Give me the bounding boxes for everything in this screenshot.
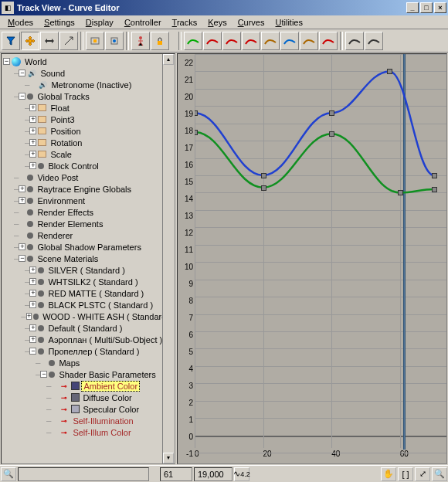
keyframe[interactable] xyxy=(432,187,437,192)
tree-item[interactable]: ─−Global Tracks xyxy=(3,90,173,102)
tree-item[interactable]: ─Render Elements xyxy=(3,218,173,229)
tree-toggle[interactable]: + xyxy=(19,197,25,204)
minimize-button[interactable]: _ xyxy=(406,2,419,13)
tree-toggle[interactable]: + xyxy=(19,243,25,250)
snap-icon[interactable] xyxy=(105,32,124,50)
menu-utilities[interactable]: Utilities xyxy=(271,17,307,28)
filter-icon[interactable] xyxy=(2,32,20,50)
tree-item[interactable]: ─+Global Shadow Parameters xyxy=(3,241,173,253)
tree-item[interactable]: ─Render Effects xyxy=(3,206,173,218)
tree-item[interactable]: ─🔊Metronome (Inactive) xyxy=(3,79,173,90)
value-field[interactable]: 19,000 xyxy=(194,467,232,481)
frame-field[interactable]: 61 xyxy=(160,467,192,481)
tree-toggle[interactable]: + xyxy=(29,301,36,308)
zoom-icon[interactable]: 🔍 xyxy=(432,467,447,481)
tree-item[interactable]: ─+Float xyxy=(3,102,173,114)
tree-item[interactable]: ─+WHTSILK2 ( Standard ) xyxy=(3,276,173,287)
tree-item[interactable]: ─⊸Self-Illumination xyxy=(3,415,173,426)
tangent-fast-icon[interactable] xyxy=(242,32,260,50)
tree-item[interactable]: ─+Rotation xyxy=(3,137,173,148)
tree-toggle[interactable]: − xyxy=(40,371,47,378)
tree-toggle[interactable]: + xyxy=(29,139,36,146)
lock-tangent-icon[interactable] xyxy=(345,32,364,50)
tree-item[interactable]: ─⊸Ambient Color xyxy=(3,380,173,392)
lock-selection-icon[interactable] xyxy=(365,32,383,50)
tree-toggle[interactable]: − xyxy=(3,58,10,65)
tree-item[interactable]: ─−Scene Materials xyxy=(3,253,173,264)
tangent-smooth-icon[interactable] xyxy=(319,32,338,50)
close-button[interactable]: × xyxy=(434,2,446,13)
tree-item[interactable]: ─+BLACK PLSTC ( Standard ) xyxy=(3,299,173,311)
tree-toggle[interactable]: + xyxy=(29,162,36,169)
keyframe[interactable] xyxy=(195,110,198,116)
menu-settings[interactable]: Settings xyxy=(39,17,80,28)
zoom-region-icon[interactable]: 🔍 xyxy=(1,467,16,481)
tree-item[interactable]: ─−Shader Basic Parameters xyxy=(3,368,173,380)
keyframe[interactable] xyxy=(387,69,392,74)
tree-item[interactable]: −World xyxy=(3,56,173,67)
tree-toggle[interactable]: + xyxy=(26,313,32,320)
tree-item[interactable]: ─+SILVER ( Standard ) xyxy=(3,264,173,276)
tree-item[interactable]: ─⊸Diffuse Color xyxy=(3,392,173,403)
menu-keys[interactable]: Keys xyxy=(203,17,231,28)
tree-toggle[interactable]: − xyxy=(19,70,25,76)
tree-item[interactable]: ─+WOOD - WHITE ASH ( Standard ) xyxy=(3,311,173,322)
tree-toggle[interactable]: + xyxy=(29,324,36,331)
tree-toggle[interactable]: + xyxy=(29,266,36,273)
tangent-step-icon[interactable] xyxy=(280,32,299,50)
tree-toggle[interactable]: + xyxy=(29,336,36,343)
menu-curves[interactable]: Curves xyxy=(233,17,270,28)
tree-item[interactable]: ─+Position xyxy=(3,125,173,137)
tangent-out-icon[interactable] xyxy=(222,32,241,50)
tree-toggle[interactable]: + xyxy=(29,116,36,123)
tangent-linear-icon[interactable] xyxy=(300,32,318,50)
pan-icon[interactable]: ✋ xyxy=(381,467,396,481)
tree-item[interactable]: ─+Default ( Standard ) xyxy=(3,322,173,334)
tree-toggle[interactable]: − xyxy=(19,93,25,100)
tree-item[interactable]: ─Video Post xyxy=(3,171,173,183)
tree-item[interactable]: ─+Environment xyxy=(3,195,173,206)
tangent-in-icon[interactable] xyxy=(203,32,222,50)
tree-scroll-up[interactable]: ▴ xyxy=(163,54,174,65)
tree-item[interactable]: ─⊸Specular Color xyxy=(3,403,173,415)
track-name-field[interactable] xyxy=(18,467,149,481)
menu-display[interactable]: Display xyxy=(81,17,118,28)
zoom-horiz-extents-icon[interactable]: [ ] xyxy=(398,467,413,481)
playhead[interactable] xyxy=(403,54,406,450)
keyframe[interactable] xyxy=(261,185,266,191)
menu-tracks[interactable]: Tracks xyxy=(168,17,202,28)
menu-controller[interactable]: Controller xyxy=(120,17,166,28)
keyframe[interactable] xyxy=(195,130,198,135)
tree-item[interactable]: ─+Аэроплан ( Multi/Sub-Object ) xyxy=(3,334,173,345)
tree-item[interactable]: ─Maps xyxy=(3,357,173,368)
tree-toggle[interactable]: + xyxy=(29,104,36,111)
tree-toggle[interactable]: + xyxy=(29,278,36,285)
tree-item[interactable]: ─Renderer xyxy=(3,229,173,241)
tree-item[interactable]: ─+RED MATTE ( Standard ) xyxy=(3,287,173,299)
slide-icon[interactable] xyxy=(40,32,59,50)
tree-item[interactable]: ─+Scale xyxy=(3,148,173,160)
tree-toggle[interactable]: + xyxy=(19,185,25,192)
tree-item[interactable]: ─−🔊Sound xyxy=(3,67,173,79)
menu-modes[interactable]: Modes xyxy=(3,17,38,28)
tangent-slow-icon[interactable] xyxy=(261,32,280,50)
tree-scroll-down[interactable]: ▾ xyxy=(163,453,174,463)
tree-item[interactable]: ─−Пропеллер ( Standard ) xyxy=(3,345,173,357)
tree-toggle[interactable]: + xyxy=(29,127,36,134)
maximize-button[interactable]: □ xyxy=(420,2,433,13)
keyframe[interactable] xyxy=(398,190,403,195)
keyframe[interactable] xyxy=(432,173,437,178)
biped-icon[interactable] xyxy=(131,32,150,50)
tree-item[interactable]: ─+Block Control xyxy=(3,160,173,171)
tree-item[interactable]: ─+Point3 xyxy=(3,114,173,125)
curve-zoom-icon[interactable]: ∿4.2 xyxy=(234,467,249,481)
keyframe[interactable] xyxy=(261,173,266,178)
tree-toggle[interactable]: − xyxy=(19,255,25,262)
zoom-extents-icon[interactable]: ⤢ xyxy=(415,467,430,481)
tree-item[interactable]: ─⊸Self-Illum Color xyxy=(3,426,173,438)
scale-icon[interactable] xyxy=(59,32,78,50)
keyframe[interactable] xyxy=(329,131,334,137)
tree-toggle[interactable]: + xyxy=(29,151,36,158)
move-icon[interactable] xyxy=(21,32,39,50)
tree-toggle[interactable]: + xyxy=(29,290,36,297)
